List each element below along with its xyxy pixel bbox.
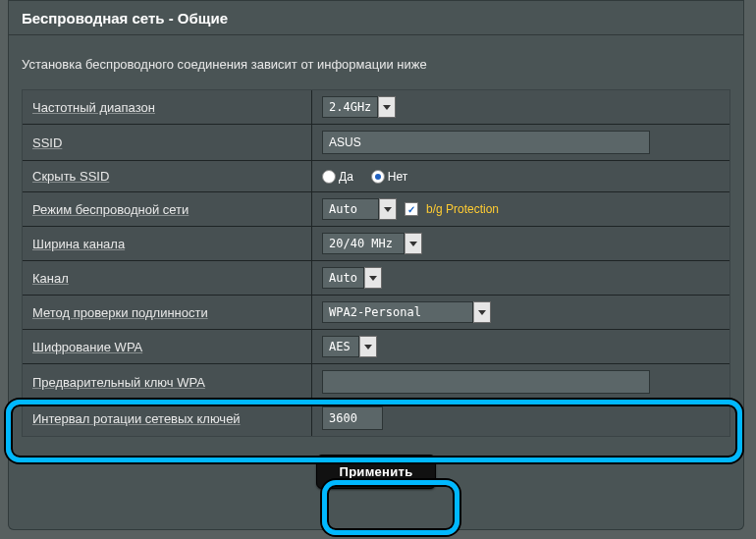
label-width: Ширина канала — [32, 237, 125, 251]
label-wpa-enc: Шифрование WPA — [32, 340, 142, 354]
row-channel: Канал Auto — [23, 261, 729, 296]
mode-select[interactable]: Auto — [322, 198, 397, 220]
label-ssid: SSID — [32, 135, 62, 150]
chevron-down-icon — [379, 198, 397, 220]
apply-button[interactable]: Применить — [316, 455, 435, 489]
label-channel: Канал — [32, 271, 69, 286]
label-rekey: Интервал ротации сетевых ключей — [32, 411, 241, 426]
row-width: Ширина канала 20/40 MHz — [23, 227, 729, 261]
label-mode: Режим беспроводной сети — [32, 202, 189, 217]
chevron-down-icon — [378, 96, 396, 118]
row-auth: Метод проверки подлинности WPA2-Personal — [23, 296, 729, 330]
bgprotect-label: b/g Protection — [426, 202, 499, 216]
rekey-input[interactable] — [322, 406, 383, 430]
chevron-down-icon — [473, 301, 491, 323]
row-ssid: SSID — [23, 125, 729, 161]
ssid-input[interactable] — [322, 131, 650, 154]
row-rekey: Интервал ротации сетевых ключей — [23, 401, 729, 436]
row-psk: Предварительный ключ WPA — [23, 364, 729, 401]
band-select[interactable]: 2.4GHz — [322, 96, 396, 118]
hide-ssid-no[interactable]: Нет — [371, 170, 407, 184]
page-subtitle: Установка беспроводного соединения завис… — [8, 35, 744, 89]
bgprotect-checkbox[interactable]: ✓ — [405, 202, 418, 216]
row-hide-ssid: Скрыть SSID Да Нет — [23, 161, 729, 192]
psk-input[interactable] — [322, 370, 650, 394]
width-select[interactable]: 20/40 MHz — [322, 233, 422, 254]
radio-icon — [322, 170, 336, 184]
hide-ssid-yes[interactable]: Да — [322, 170, 353, 184]
row-wpa-enc: Шифрование WPA AES — [23, 330, 729, 364]
chevron-down-icon — [405, 233, 422, 254]
channel-select[interactable]: Auto — [322, 267, 382, 289]
row-band: Частотный диапазон 2.4GHz — [23, 90, 729, 125]
wpa-enc-select[interactable]: AES — [322, 336, 377, 357]
label-auth: Метод проверки подлинности — [32, 305, 208, 320]
radio-checked-icon — [371, 170, 385, 184]
page-title: Беспроводная сеть - Общие — [8, 0, 744, 35]
auth-select[interactable]: WPA2-Personal — [322, 301, 491, 323]
settings-table: Частотный диапазон 2.4GHz SSID Скрыть SS… — [22, 89, 730, 437]
row-mode: Режим беспроводной сети Auto ✓ b/g Prote… — [23, 192, 729, 227]
label-psk: Предварительный ключ WPA — [32, 375, 205, 390]
label-band: Частотный диапазон — [32, 100, 155, 115]
label-hide-ssid: Скрыть SSID — [32, 169, 109, 184]
chevron-down-icon — [359, 336, 377, 357]
chevron-down-icon — [364, 267, 382, 289]
